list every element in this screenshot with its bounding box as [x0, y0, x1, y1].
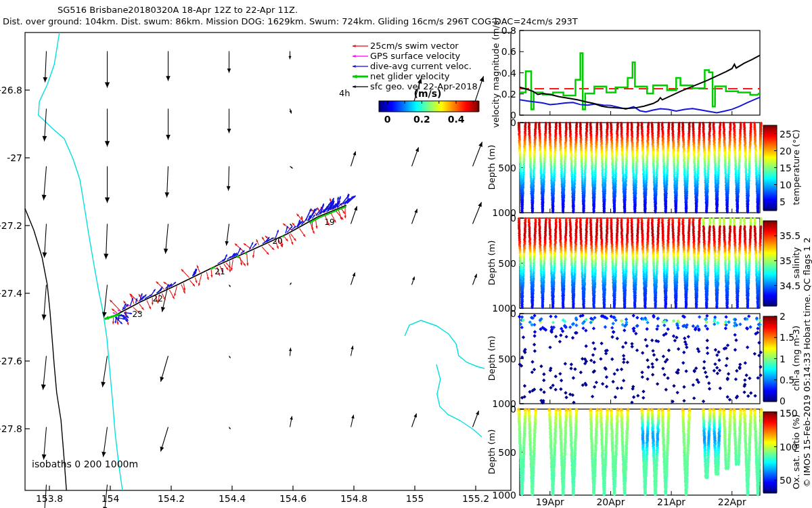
figure-title: SG516 Brisbane20180320A 18-Apr 12Z to 22… — [58, 5, 298, 15]
map-xtick-label: 154 — [102, 494, 120, 503]
temperature-colorbar-label: temperature (°C) — [792, 129, 801, 205]
imos-copyright-caption: © IMOS 15-Feb-2019 05:14:33 Hobart time.… — [803, 237, 812, 487]
chlorophyll-colorbar-tick-label: 1.5 — [780, 333, 794, 342]
map-xtick-label: 154.4 — [219, 494, 246, 503]
temperature-ytick-label: 500 — [498, 163, 516, 173]
map-ytick-label: -27.4 — [0, 289, 22, 298]
oxygen-ytick-label: 1000 — [492, 490, 516, 500]
temperature-colorbar-tick-label: 20 — [780, 146, 792, 156]
salinity-colorbar-tick-label: 35 — [780, 256, 792, 266]
legend-item-label: net glider velocity — [370, 72, 449, 81]
oxygen-ytick-label: 0 — [510, 404, 516, 414]
map-ytick-label: -26.8 — [0, 85, 22, 95]
map-colorbar-tick-label: 0.4 — [448, 114, 465, 124]
map-ytick-label: -27.2 — [0, 221, 22, 230]
chl-depth-axis-label: Depth (m) — [487, 336, 497, 381]
chlorophyll-colorbar-tick-label: 2 — [780, 312, 786, 321]
chlorophyll-colorbar-tick-label: 0.5 — [780, 375, 794, 385]
date-tick-label: 21Apr — [657, 497, 685, 507]
velocity-ytick-label: 0.4 — [501, 68, 516, 78]
oxygen-depth-axis-label: Depth (m) — [487, 429, 497, 475]
map-xtick-label: 153.8 — [36, 494, 63, 503]
track-day-label: 23 — [132, 310, 142, 319]
date-tick-label: 20Apr — [596, 497, 625, 507]
map-xtick-label: 154.8 — [340, 494, 367, 503]
isobath-legend-label: isobaths 0 200 1000m — [32, 459, 138, 469]
map-ytick-label: -27.8 — [0, 424, 22, 433]
legend-item-label: dive-avg current veloc. — [370, 62, 472, 71]
oxygen-colorbar-tick-label: 100 — [780, 442, 798, 452]
legend-arrow-duration-label: 4h — [339, 89, 351, 98]
map-xtick-label: 155.2 — [462, 494, 489, 503]
velocity-axis-label: velocity magnitude (m/s) — [491, 17, 501, 127]
oxygen-colorbar-tick-label: 50 — [780, 475, 792, 485]
salinity-ytick-label: 500 — [498, 259, 516, 268]
map-colorbar-tick-label: 0 — [384, 114, 391, 124]
track-day-label: 19 — [324, 217, 334, 227]
temperature-ytick-label: 0 — [510, 118, 516, 127]
chlorophyll-ytick-label: 500 — [498, 354, 516, 364]
chlorophyll-colorbar-tick-label: 1 — [780, 354, 786, 364]
velocity-ytick-label: 0.6 — [501, 47, 516, 56]
salinity-colorbar-label: salinity — [792, 247, 801, 279]
legend-item-label: GPS surface velocity — [370, 51, 460, 61]
figure-root: SG516 Brisbane20180320A 18-Apr 12Z to 22… — [0, 0, 812, 508]
salinity-colorbar-tick-label: 34.5 — [780, 281, 800, 291]
temperature-colorbar-tick-label: 5 — [780, 197, 786, 207]
oxygen-colorbar-tick-label: 150 — [780, 408, 798, 418]
temperature-colorbar-tick-label: 10 — [780, 180, 792, 190]
map-xtick-label: 155 — [406, 494, 424, 503]
track-day-label: 22 — [153, 294, 163, 303]
temperature-colorbar-tick-label: 15 — [780, 163, 792, 173]
velocity-ytick-label: 0.2 — [501, 89, 516, 99]
chlorophyll-colorbar-tick-label: 0 — [780, 396, 786, 406]
date-tick-label: 19Apr — [536, 497, 564, 507]
velocity-ytick-label: 0.8 — [501, 26, 516, 35]
map-ytick-label: -27 — [7, 153, 22, 163]
track-day-label: 20 — [272, 236, 282, 246]
temperature-colorbar-tick-label: 25 — [780, 129, 792, 139]
legend-item-label: 25cm/s swim vector — [370, 41, 459, 51]
legend-item-label: sfc geo. vel 22-Apr-2018 — [370, 82, 478, 91]
map-xtick-label: 154.6 — [279, 494, 307, 503]
salinity-ytick-label: 0 — [510, 213, 516, 223]
date-tick-label: 22Apr — [718, 497, 746, 507]
map-ytick-label: -27.6 — [0, 356, 22, 366]
map-xtick-label: 154.2 — [158, 494, 185, 503]
temperature-depth-axis-label: Depth (m) — [487, 145, 497, 190]
oxygen-ytick-label: 500 — [498, 448, 516, 457]
salinity-depth-axis-label: Depth (m) — [487, 240, 497, 286]
map-colorbar-tick-label: 0.2 — [413, 114, 430, 124]
track-day-label: 21 — [215, 267, 225, 276]
chlorophyll-ytick-label: 0 — [510, 309, 516, 318]
salinity-colorbar-tick-label: 35.5 — [780, 231, 800, 240]
